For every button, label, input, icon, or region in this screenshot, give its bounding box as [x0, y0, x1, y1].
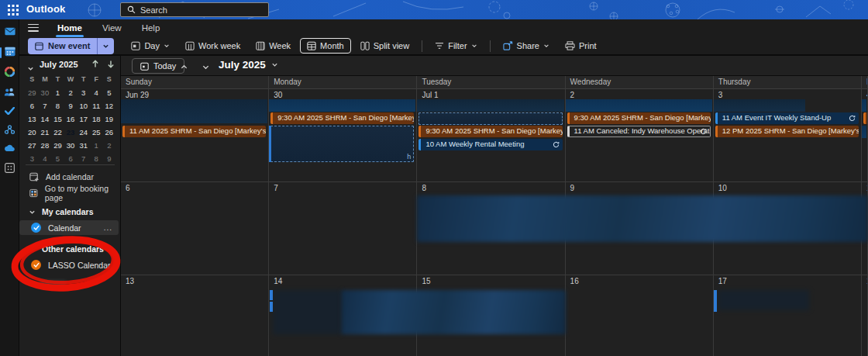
minical-day[interactable]: 3 — [77, 86, 90, 99]
minical-day[interactable]: 13 — [26, 112, 39, 126]
today-button[interactable]: Today — [132, 58, 184, 74]
minical-day[interactable]: 7 — [77, 152, 90, 165]
share-button[interactable]: Share — [497, 39, 556, 53]
multiday-bar[interactable] — [417, 99, 563, 112]
calendar-cell[interactable]: 4 — [862, 89, 868, 182]
tab-help[interactable]: Help — [140, 22, 162, 34]
minical-day[interactable]: 4 — [39, 152, 52, 165]
todo-icon[interactable] — [0, 103, 19, 119]
calendar-cell[interactable]: Jul 19:30 AM 2025 SHRM - San Diego [Mark… — [417, 89, 565, 182]
tab-home[interactable]: Home — [56, 22, 84, 34]
minical-day[interactable]: 25 — [90, 126, 103, 139]
next-month-chevron-icon[interactable] — [202, 60, 210, 74]
blurred-event-region[interactable] — [341, 290, 566, 334]
calendar-cell[interactable]: 16 — [566, 275, 714, 356]
calendar-cell[interactable]: 29:30 AM 2025 SHRM - San Diego [Markey's… — [566, 89, 714, 182]
calendar-event[interactable]: 11 AM Event IT Weekly Stand-Up — [715, 112, 859, 124]
other-calendars-section[interactable]: Other calendars — [19, 242, 120, 256]
minical-day-today[interactable]: 23 — [64, 126, 78, 139]
menu-toggle-icon[interactable] — [28, 24, 39, 32]
minical-day[interactable]: 16 — [64, 112, 78, 126]
minical-day[interactable]: 1 — [51, 86, 64, 99]
calendar-cell[interactable]: 7 — [269, 182, 417, 275]
minical-day[interactable]: 2 — [103, 139, 116, 152]
prev-month-chevron-icon[interactable] — [180, 60, 188, 74]
minical-day[interactable]: 31 — [77, 139, 90, 152]
minical-day[interactable]: 18 — [90, 112, 103, 126]
m365-apps-icon[interactable] — [0, 64, 19, 79]
current-month-selector[interactable]: July 2025 — [219, 59, 278, 71]
sidebar-item-calendar[interactable]: Calendar ... — [19, 220, 119, 235]
blurred-event-region[interactable] — [273, 290, 341, 334]
minical-day[interactable]: 8 — [51, 99, 64, 112]
calendar-event[interactable] — [863, 112, 868, 124]
minical-prev-month-icon[interactable] — [91, 60, 99, 70]
calendar-event[interactable]: 9:30 AM 2025 SHRM - San Diego [Markey's] — [567, 112, 711, 124]
calendar-event[interactable]: 12 PM 2025 SHRM - San Diego [Markey's] — [715, 126, 859, 137]
my-calendars-section[interactable]: My calendars — [19, 205, 120, 219]
calendar-event[interactable]: 11 AM 2025 SHRM - San Diego [Markey's] — [122, 126, 266, 137]
blurred-event-region[interactable] — [417, 195, 868, 242]
org-chart-icon[interactable] — [0, 122, 19, 137]
minical-day[interactable]: 4 — [90, 86, 103, 99]
calendar-cell[interactable]: 13 — [121, 275, 269, 356]
minical-day[interactable]: 19 — [103, 112, 116, 126]
minical-title[interactable]: July 2025 — [40, 60, 78, 69]
calendar-cell[interactable]: 18 — [862, 275, 868, 356]
minical-day[interactable]: 2 — [64, 86, 78, 99]
add-calendar-link[interactable]: Add calendar — [19, 169, 120, 185]
new-event-button[interactable]: New event — [28, 38, 114, 54]
minical-day[interactable]: 9 — [103, 152, 116, 165]
calendar-cell[interactable]: 311 AM Event IT Weekly Stand-Up12 PM 202… — [714, 89, 862, 182]
lasso-calendar-checkbox-icon[interactable] — [31, 260, 41, 270]
minical-day[interactable]: 14 — [39, 112, 52, 126]
mail-icon[interactable] — [0, 23, 19, 39]
view-day-button[interactable]: Day — [125, 39, 176, 53]
minical-day[interactable]: 12 — [103, 99, 116, 112]
calendar-cell[interactable]: 309:30 AM 2025 SHRM - San Diego [Markey'… — [269, 89, 417, 182]
minical-day[interactable]: 1 — [90, 139, 103, 152]
onedrive-icon[interactable] — [0, 140, 19, 156]
minical-day[interactable]: 27 — [26, 139, 39, 152]
calendar-icon[interactable] — [0, 43, 19, 59]
minical-day[interactable]: 29 — [51, 139, 64, 152]
minical-day[interactable]: 8 — [90, 152, 103, 165]
multiday-bar[interactable] — [862, 99, 866, 112]
minical-day[interactable]: 26 — [103, 126, 116, 139]
view-split-button[interactable]: Split view — [354, 39, 415, 53]
new-event-dropdown[interactable] — [98, 38, 114, 54]
minical-day[interactable]: 5 — [51, 152, 64, 165]
filter-button[interactable]: Filter — [429, 39, 483, 53]
minical-day[interactable]: 11 — [90, 99, 103, 112]
booking-page-link[interactable]: Go to my booking page — [19, 185, 120, 201]
redacted-event[interactable] — [418, 112, 562, 125]
calendar-event[interactable]: 9:30 AM 2025 SHRM - San Diego [Markey's] — [270, 112, 414, 124]
calendar-event[interactable]: 10 AM Weekly Rental Meeting — [418, 139, 562, 150]
calendar-cell[interactable]: Jun 2911 AM 2025 SHRM - San Diego [Marke… — [121, 89, 269, 182]
minical-day[interactable]: 21 — [39, 126, 52, 139]
print-button[interactable]: Print — [559, 39, 603, 53]
minical-day[interactable]: 30 — [39, 86, 52, 99]
minical-day[interactable]: 10 — [77, 99, 90, 112]
minical-day[interactable]: 22 — [51, 126, 64, 139]
minical-day[interactable]: 6 — [64, 152, 78, 165]
multiday-bar[interactable] — [714, 99, 805, 112]
multiday-bar[interactable] — [862, 126, 866, 138]
minical-next-month-icon[interactable] — [107, 60, 115, 70]
calendar-event[interactable]: 9:30 AM 2025 SHRM - San Diego [Markey's] — [418, 126, 562, 137]
people-icon[interactable] — [0, 84, 19, 99]
minical-day[interactable]: 28 — [39, 139, 52, 152]
tab-view[interactable]: View — [101, 22, 123, 34]
minical-day[interactable]: 5 — [103, 86, 116, 99]
multiday-bar[interactable] — [121, 99, 267, 123]
multiday-bar[interactable] — [269, 99, 415, 112]
minical-day[interactable]: 3 — [26, 152, 39, 165]
minical-day[interactable]: 30 — [64, 139, 78, 152]
search-input[interactable]: Search — [120, 2, 269, 17]
minical-day[interactable]: 24 — [77, 126, 90, 139]
minical-day[interactable]: 17 — [77, 112, 90, 126]
view-month-button[interactable]: Month — [300, 38, 351, 54]
view-week-button[interactable]: Week — [250, 39, 297, 53]
calendar-cell[interactable]: 6 — [121, 182, 269, 275]
multiday-bar[interactable] — [566, 99, 712, 112]
